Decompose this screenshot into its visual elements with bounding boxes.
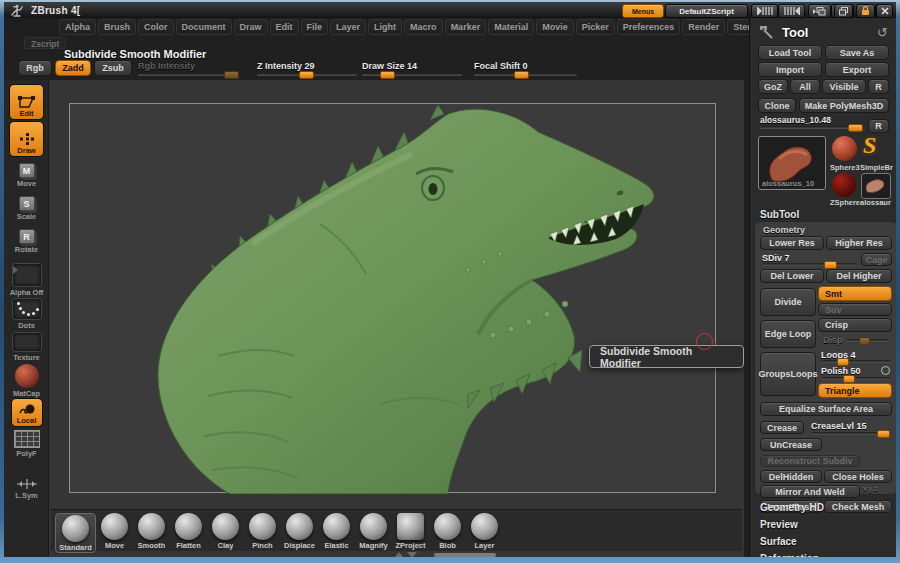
loops-slider[interactable]	[821, 360, 891, 363]
menu-layer[interactable]: Layer	[330, 19, 366, 35]
menu-draw[interactable]: Draw	[234, 19, 268, 35]
uncrease-button[interactable]: UnCrease	[760, 438, 822, 451]
close-holes-button[interactable]: Close Holes	[824, 470, 892, 483]
check-mesh-button[interactable]: Check Mesh	[824, 500, 892, 513]
lock-icon[interactable]	[856, 4, 875, 18]
creaselvl-slider[interactable]	[811, 432, 891, 435]
close-icon[interactable]	[876, 4, 893, 18]
z-intensity-slider[interactable]	[257, 73, 357, 76]
delhidden-button[interactable]: DelHidden	[760, 470, 822, 483]
import-button[interactable]: Import	[758, 62, 822, 77]
higher-res-button[interactable]: Higher Res	[826, 236, 892, 250]
tray-scroll-arrows[interactable]	[394, 552, 417, 557]
smt-button[interactable]: Smt	[818, 286, 892, 301]
thumb-zsphere[interactable]	[832, 173, 856, 197]
thumb-simplebrush-icon[interactable]: S	[863, 132, 891, 162]
scale-button[interactable]: S Scale	[9, 196, 44, 221]
del-higher-button[interactable]: Del Higher	[826, 269, 892, 283]
polish-mode-toggle-icon[interactable]	[881, 366, 890, 375]
draw-size-slider[interactable]	[362, 73, 462, 76]
equalize-surface-area-button[interactable]: Equalize Surface Area	[760, 402, 892, 416]
lower-res-button[interactable]: Lower Res	[760, 236, 824, 250]
menu-color[interactable]: Color	[138, 19, 174, 35]
save-as-button[interactable]: Save As	[825, 45, 889, 60]
reload-icon[interactable]: ↺	[877, 25, 888, 40]
brush-zproject[interactable]: ZProject	[392, 513, 429, 550]
thumb-alossaur[interactable]	[861, 173, 891, 199]
menu-alpha[interactable]: Alpha	[59, 19, 96, 35]
groups-loops-button[interactable]: GroupsLoops	[760, 352, 816, 396]
zadd-button[interactable]: Zadd	[55, 60, 91, 76]
geometry-title[interactable]: Geometry	[763, 225, 805, 235]
brush-magnify[interactable]: Magnify	[355, 513, 392, 550]
zsub-button[interactable]: Zsub	[94, 60, 132, 76]
crisp-button[interactable]: Crisp	[818, 318, 892, 332]
local-button[interactable]: Local	[9, 398, 44, 427]
brush-displace[interactable]: Displace	[281, 513, 318, 550]
menu-brush[interactable]: Brush	[98, 19, 136, 35]
tray-scrollbar[interactable]	[434, 553, 496, 557]
menu-document[interactable]: Document	[176, 19, 232, 35]
menus-button[interactable]: Menus	[622, 4, 664, 18]
brush-smooth[interactable]: Smooth	[133, 513, 170, 550]
r-button-tool[interactable]: R	[868, 119, 889, 133]
sdiv-slider[interactable]	[762, 263, 857, 266]
menu-picker[interactable]: Picker	[576, 19, 615, 35]
section-deformation[interactable]: Deformation	[760, 553, 819, 557]
mirror-and-weld-button[interactable]: Mirror And Weld	[760, 485, 860, 498]
thumb-sphere3[interactable]	[832, 136, 857, 161]
menu-edit[interactable]: Edit	[270, 19, 299, 35]
divide-button[interactable]: Divide	[760, 288, 816, 316]
default-zscript-button[interactable]: DefaultZScript	[665, 4, 748, 18]
menu-file[interactable]: File	[301, 19, 329, 35]
menu-macro[interactable]: Macro	[404, 19, 443, 35]
section-geometry-hd[interactable]: Geometry HD	[760, 502, 824, 513]
menu-preferences[interactable]: Preferences	[617, 19, 681, 35]
triangle-button[interactable]: Triangle	[818, 383, 892, 398]
brush-move[interactable]: Move	[96, 513, 133, 550]
tray-scroll-down-icon[interactable]	[407, 552, 417, 557]
menu-marker[interactable]: Marker	[445, 19, 487, 35]
tab-zscript[interactable]: Zscript	[24, 37, 66, 49]
brush-blob[interactable]: Blob	[429, 513, 466, 550]
scroll-right-icon[interactable]	[778, 4, 805, 18]
viewport-canvas[interactable]: Subdivide Smooth Modifier StandardMoveSm…	[49, 80, 744, 557]
reconstruct-subdiv-button[interactable]: Reconstruct Subdiv	[760, 455, 860, 467]
goz-button[interactable]: GoZ	[758, 79, 788, 94]
tray-scroll-up-icon[interactable]	[394, 552, 404, 557]
stroke-selector[interactable]: Dots	[9, 298, 44, 330]
active-tool-slider[interactable]	[760, 126, 862, 129]
menu-light[interactable]: Light	[368, 19, 402, 35]
r-button-top[interactable]: R	[868, 79, 889, 94]
crease-button[interactable]: Crease	[760, 421, 804, 434]
clone-button[interactable]: Clone	[758, 98, 796, 113]
move-button[interactable]: M Move	[9, 163, 44, 188]
cage-button[interactable]: Cage	[861, 253, 892, 266]
polish-slider[interactable]	[821, 377, 891, 380]
export-button[interactable]: Export	[825, 62, 889, 77]
active-tool-thumbnail[interactable]: alossaurus_10	[758, 136, 826, 190]
menu-render[interactable]: Render	[682, 19, 725, 35]
menu-movie[interactable]: Movie	[536, 19, 574, 35]
texture-selector[interactable]: Texture	[9, 332, 44, 362]
edit-button[interactable]: Edit	[9, 84, 44, 120]
brush-pinch[interactable]: Pinch	[244, 513, 281, 550]
polyf-button[interactable]: PolyF	[9, 430, 44, 458]
tray-expand-arrow-icon[interactable]	[13, 266, 18, 274]
brush-flatten[interactable]: Flatten	[170, 513, 207, 550]
edge-loop-button[interactable]: Edge Loop	[760, 320, 816, 348]
material-selector[interactable]: MatCap	[9, 364, 44, 398]
load-tool-button[interactable]: Load Tool	[758, 45, 822, 60]
draw-button[interactable]: Draw	[9, 121, 44, 157]
rotate-button[interactable]: R Rotate	[9, 229, 44, 254]
make-polymesh3d-button[interactable]: Make PolyMesh3D	[799, 98, 889, 113]
brush-elastic[interactable]: Elastic	[318, 513, 355, 550]
all-button[interactable]: All	[790, 79, 820, 94]
lsym-button[interactable]: L.Sym	[9, 478, 44, 500]
rgb-intensity-slider[interactable]	[138, 73, 238, 76]
disp-slider[interactable]	[847, 339, 889, 342]
brush-standard[interactable]: Standard	[55, 513, 96, 553]
scroll-left-icon[interactable]	[751, 4, 778, 18]
brush-layer[interactable]: Layer	[466, 513, 503, 550]
restore-icon[interactable]	[834, 4, 853, 18]
